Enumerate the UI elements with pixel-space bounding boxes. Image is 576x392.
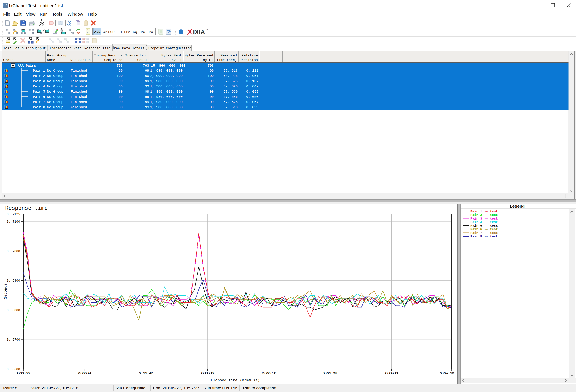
svg-text:1, 980, 000, 000: 1, 980, 000, 000	[150, 69, 183, 73]
svg-text:Bytes Sent: Bytes Sent	[161, 54, 182, 57]
svg-text:Finished: Finished	[71, 105, 87, 109]
svg-text:Run: Run	[40, 12, 48, 17]
svg-text:Finished: Finished	[71, 84, 87, 88]
svg-text:0. 7100: 0. 7100	[7, 220, 20, 224]
svg-text:PG: PG	[141, 30, 145, 33]
svg-text:0:00:50: 0:00:50	[323, 371, 337, 375]
svg-text:0. 7125: 0. 7125	[7, 213, 20, 216]
svg-text:0. 107: 0. 107	[246, 79, 258, 83]
svg-text:SCR: SCR	[108, 30, 115, 33]
svg-text:99: 99	[210, 100, 214, 104]
svg-text:Pair 3 -- test: Pair 3 -- test	[470, 217, 498, 221]
svg-text:Pair 2 No Group: Pair 2 No Group	[33, 74, 63, 78]
svg-text:1, 980, 000, 000: 1, 980, 000, 000	[150, 90, 183, 94]
svg-text:Legend: Legend	[510, 204, 525, 209]
svg-text:2: 2	[87, 32, 89, 35]
svg-text:0. 047: 0. 047	[246, 84, 258, 88]
svg-text:67. 586: 67. 586	[224, 95, 238, 99]
svg-text:Throughput: Throughput	[26, 46, 46, 50]
svg-text:Ixia Configuratio: Ixia Configuratio	[115, 386, 145, 390]
svg-text:0:00:40: 0:00:40	[262, 371, 276, 375]
svg-text:Transaction: Transaction	[125, 54, 147, 57]
svg-text:Ran to completion: Ran to completion	[243, 386, 276, 390]
svg-text:Completed: Completed	[104, 58, 122, 62]
svg-text:Precision: Precision	[239, 58, 258, 62]
svg-text:PC: PC	[149, 30, 153, 33]
svg-text:1, 980, 000, 000: 1, 980, 000, 000	[150, 105, 183, 109]
svg-text:99: 99	[145, 69, 149, 73]
svg-text:99: 99	[118, 84, 123, 88]
svg-text:0:01:00: 0:01:00	[385, 371, 399, 375]
svg-text:1, 980, 000, 000: 1, 980, 000, 000	[150, 100, 183, 104]
svg-text:All Pairs: All Pairs	[18, 64, 36, 68]
svg-text:Pair 1 No Group: Pair 1 No Group	[33, 69, 63, 73]
svg-text:67. 625: 67. 625	[224, 79, 238, 83]
svg-text:99: 99	[210, 69, 214, 73]
svg-text:Pair 5 No Group: Pair 5 No Group	[33, 90, 63, 94]
svg-text:Finished: Finished	[71, 69, 87, 73]
svg-text:0:00:10: 0:00:10	[78, 371, 91, 375]
svg-text:Run time: 00:01:09: Run time: 00:01:09	[203, 386, 238, 390]
svg-text:Name: Name	[47, 58, 55, 62]
svg-text:0. 083: 0. 083	[246, 90, 258, 94]
svg-text:by E1: by E1	[172, 58, 182, 62]
svg-text:0. 6600: 0. 6600	[7, 368, 20, 371]
svg-text:Test Setup: Test Setup	[3, 46, 24, 50]
svg-text:67. 613: 67. 613	[224, 69, 238, 73]
svg-text:Transaction Rate: Transaction Rate	[49, 46, 82, 50]
svg-text:100: 100	[143, 74, 149, 78]
svg-text:99: 99	[210, 95, 214, 99]
svg-text:99: 99	[145, 84, 149, 88]
svg-text:1, 980, 000, 000: 1, 980, 000, 000	[150, 84, 183, 88]
svg-text:1, 980, 000, 000: 1, 980, 000, 000	[150, 79, 183, 83]
svg-text:Seconds: Seconds	[3, 283, 8, 299]
svg-text:99: 99	[145, 79, 149, 83]
svg-text:100: 100	[208, 74, 214, 78]
svg-text:Pair 7 -- test: Pair 7 -- test	[470, 231, 498, 235]
svg-text:Pair 8 -- test: Pair 8 -- test	[470, 235, 498, 238]
svg-text:®: ®	[206, 28, 208, 31]
svg-text:99: 99	[145, 105, 149, 109]
svg-text:EP1: EP1	[116, 30, 122, 33]
svg-text:TCP: TCP	[101, 30, 107, 33]
svg-text:0. 6700: 0. 6700	[7, 338, 20, 341]
svg-text:Pair 6 -- test: Pair 6 -- test	[470, 227, 498, 231]
svg-text:99: 99	[118, 95, 123, 99]
svg-text:IxC: IxC	[3, 4, 8, 7]
svg-text:0. 050: 0. 050	[246, 95, 258, 99]
svg-text:793: 793	[143, 64, 149, 68]
svg-text:99: 99	[118, 79, 123, 83]
svg-text:0. 059: 0. 059	[246, 105, 258, 109]
svg-text:Finished: Finished	[71, 95, 87, 99]
svg-text:Bytes Received: Bytes Received	[185, 54, 213, 57]
svg-text:Pair 7 No Group: Pair 7 No Group	[33, 100, 63, 104]
svg-text:Finished: Finished	[71, 100, 87, 104]
svg-text:793: 793	[208, 64, 214, 68]
svg-text:Finished: Finished	[71, 79, 87, 83]
svg-text:Finished: Finished	[71, 74, 87, 78]
svg-text:EP2: EP2	[124, 30, 130, 33]
svg-text:Run Status: Run Status	[70, 58, 91, 62]
svg-text:Pairs: 8: Pairs: 8	[3, 386, 17, 390]
svg-text:View: View	[26, 12, 35, 17]
svg-text:Relative: Relative	[242, 54, 258, 57]
svg-text:68. 228: 68. 228	[224, 74, 238, 78]
svg-text:1: 1	[87, 29, 89, 32]
svg-text:Pair 2 -- test: Pair 2 -- test	[470, 213, 498, 217]
svg-text:by E1: by E1	[203, 58, 213, 62]
svg-text:Endpoint Configuration: Endpoint Configuration	[148, 47, 192, 50]
svg-text:Group: Group	[3, 58, 13, 62]
svg-text:0:01:09: 0:01:09	[440, 371, 454, 375]
svg-text:0:00:20: 0:00:20	[139, 371, 153, 375]
svg-text:Time (sec): Time (sec)	[217, 58, 237, 62]
svg-text:99: 99	[210, 84, 214, 88]
svg-text:99: 99	[145, 100, 149, 104]
svg-text:100: 100	[116, 74, 123, 78]
svg-text:Start: 2019/5/27, 10:56:18: Start: 2019/5/27, 10:56:18	[30, 386, 78, 390]
svg-text:0. 6800: 0. 6800	[7, 308, 20, 312]
svg-text:0. 6900: 0. 6900	[7, 279, 20, 282]
svg-text:0:00:30: 0:00:30	[201, 371, 214, 375]
svg-text:0:00:00: 0:00:00	[16, 371, 30, 375]
svg-text:Window: Window	[67, 12, 83, 17]
svg-text:1, 980, 000, 000: 1, 980, 000, 000	[150, 95, 183, 99]
